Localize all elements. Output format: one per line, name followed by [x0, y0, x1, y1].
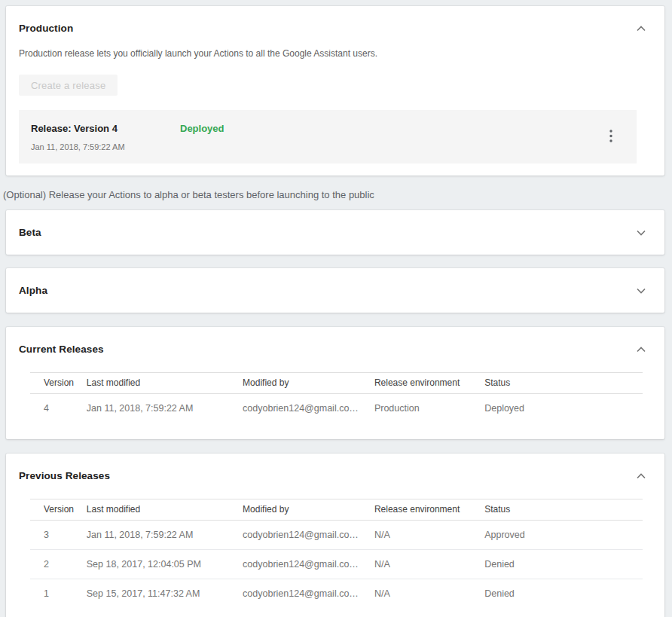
beta-expand-button[interactable]: [632, 225, 650, 240]
column-header-status: Status: [484, 499, 643, 521]
table-row: 4 Jan 11, 2018, 7:59:22 AM codyobrien124…: [30, 394, 643, 423]
previous-releases-card: Previous Releases Version Last modified …: [6, 454, 664, 617]
beta-title: Beta: [19, 227, 41, 238]
column-header-version: Version: [30, 373, 87, 394]
create-release-button[interactable]: Create a release: [19, 75, 118, 96]
cell-modified-by: codyobrien124@gmail.co…: [243, 550, 374, 579]
column-header-modified-by: Modified by: [243, 499, 374, 521]
cell-release-environment: N/A: [374, 550, 484, 579]
chevron-up-icon: [637, 470, 646, 481]
releases-page: Production Production release lets you o…: [0, 0, 672, 617]
previous-releases-title: Previous Releases: [19, 470, 110, 481]
current-releases-collapse-button[interactable]: [632, 342, 650, 356]
cell-status: Approved: [484, 521, 643, 550]
alpha-title: Alpha: [19, 285, 47, 296]
table-row: 2 Sep 18, 2017, 12:04:05 PM codyobrien12…: [30, 550, 643, 579]
cell-release-environment: N/A: [374, 521, 484, 550]
release-status-badge: Deployed: [180, 123, 225, 134]
cell-last-modified: Sep 18, 2017, 12:04:05 PM: [87, 550, 243, 579]
beta-card[interactable]: Beta: [6, 210, 664, 255]
release-date: Jan 11, 2018, 7:59:22 AM: [31, 142, 625, 151]
current-releases-title: Current Releases: [19, 344, 104, 355]
kebab-menu-icon: [609, 133, 612, 145]
cell-version: 2: [30, 550, 87, 579]
cell-last-modified: Sep 15, 2017, 11:47:32 AM: [87, 579, 243, 609]
cell-release-environment: N/A: [374, 579, 484, 609]
column-header-last-modified: Last modified: [87, 499, 243, 521]
column-header-release-environment: Release environment: [374, 373, 484, 394]
production-description: Production release lets you officially l…: [19, 48, 652, 59]
previous-releases-collapse-button[interactable]: [632, 469, 650, 483]
table-row: 3 Jan 11, 2018, 7:59:22 AM codyobrien124…: [30, 521, 643, 550]
release-line: Release: Version 4 Deployed: [31, 123, 625, 134]
production-collapse-button[interactable]: [632, 21, 650, 35]
release-name: Release: Version 4: [31, 123, 180, 134]
current-releases-header[interactable]: Current Releases: [19, 342, 652, 356]
cell-version: 3: [30, 521, 87, 550]
production-card-header[interactable]: Production: [19, 21, 652, 35]
column-header-modified-by: Modified by: [243, 373, 374, 394]
optional-release-note: (Optional) Release your Actions to alpha…: [3, 189, 664, 200]
cell-modified-by: codyobrien124@gmail.co…: [243, 394, 374, 423]
cell-release-environment: Production: [374, 394, 484, 423]
table-header-row: Version Last modified Modified by Releas…: [30, 499, 643, 521]
current-releases-table: Version Last modified Modified by Releas…: [30, 372, 643, 423]
alpha-expand-button[interactable]: [632, 283, 650, 298]
cell-modified-by: codyobrien124@gmail.co…: [243, 579, 374, 609]
current-releases-card: Current Releases Version Last modified M…: [6, 327, 664, 439]
production-title: Production: [19, 23, 73, 34]
column-header-version: Version: [30, 499, 87, 521]
chevron-up-icon: [637, 23, 646, 34]
production-card: Production Production release lets you o…: [6, 6, 664, 176]
chevron-down-icon: [637, 285, 646, 296]
alpha-card[interactable]: Alpha: [6, 268, 664, 313]
chevron-up-icon: [637, 344, 646, 355]
cell-status: Denied: [484, 579, 643, 609]
release-menu-button[interactable]: [605, 127, 617, 148]
cell-version: 1: [30, 579, 87, 609]
cell-modified-by: codyobrien124@gmail.co…: [243, 521, 374, 550]
cell-last-modified: Jan 11, 2018, 7:59:22 AM: [87, 521, 243, 550]
chevron-down-icon: [637, 227, 646, 238]
cell-last-modified: Jan 11, 2018, 7:59:22 AM: [87, 394, 243, 423]
cell-status: Deployed: [484, 394, 643, 423]
production-release-row: Release: Version 4 Deployed Jan 11, 2018…: [19, 110, 637, 163]
cell-status: Denied: [484, 550, 643, 579]
column-header-release-environment: Release environment: [374, 499, 484, 521]
previous-releases-header[interactable]: Previous Releases: [19, 469, 652, 483]
table-row: 1 Sep 15, 2017, 11:47:32 AM codyobrien12…: [30, 579, 643, 609]
column-header-last-modified: Last modified: [87, 373, 243, 394]
table-header-row: Version Last modified Modified by Releas…: [30, 373, 643, 394]
previous-releases-table: Version Last modified Modified by Releas…: [30, 499, 643, 608]
cell-version: 4: [30, 394, 87, 423]
column-header-status: Status: [484, 373, 643, 394]
